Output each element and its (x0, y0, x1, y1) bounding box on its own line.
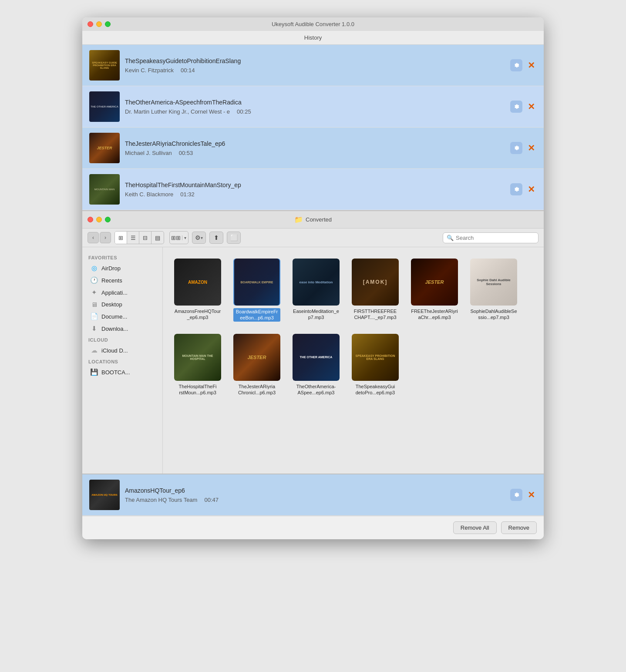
sidebar-item-bootcamp[interactable]: 💾 BOOTCA... (84, 366, 161, 378)
history-thumb-3: JESTER (89, 133, 120, 163)
file-item-other-america[interactable]: THE OTHER AMERICA TheOtherAmerica-ASpee.… (290, 331, 342, 399)
finder-maximize-button[interactable] (105, 217, 111, 222)
search-box[interactable]: 🔍 (443, 232, 538, 243)
app-titlebar: Ukeysoft Audible Converter 1.0.0 (82, 17, 544, 31)
file-name-amok: FIRSTTHREEFREE CHAPT...._ep7.mp3 (352, 308, 399, 321)
history-remove-4[interactable]: ✕ (526, 183, 537, 195)
group-dropdown[interactable]: ▾ (182, 235, 188, 240)
sidebar-label-documents: Docume... (101, 313, 127, 320)
file-name-sophie: SophieDahlAudibleSessio...ep7.mp3 (470, 308, 517, 321)
file-item-jester-chronicles[interactable]: JESTER TheJesterARiyria Chronicl...p6.mp… (231, 331, 283, 399)
finder-sidebar: Favorites ◎ AirDrop 🕐 Recents ✦ Applicat… (82, 247, 163, 474)
cover-art-sophie: Sophie Dahl Audible Sessions (470, 259, 517, 306)
files-grid: AMAZON AmazonsFreeHQTour_ep6.mp3 BOARDWA… (163, 247, 544, 474)
icloud-label: iCloud (82, 335, 162, 344)
history-info-bottom: AmazonsHQTour_ep6 The Amazon HQ Tours Te… (125, 487, 505, 503)
sidebar-label-desktop: Desktop (101, 301, 122, 308)
sidebar-item-airdrop[interactable]: ◎ AirDrop (84, 262, 161, 274)
file-item-amok[interactable]: [AMOK] FIRSTTHREEFREE CHAPT...._ep7.mp3 (349, 256, 401, 324)
file-name-amazon: AmazonsFreeHQTour_ep6.mp3 (174, 308, 221, 321)
gallery-view-button[interactable]: ▤ (151, 232, 164, 244)
tag-button[interactable]: ⬜ (227, 232, 241, 244)
file-thumb-boardwalk: BOARDWALK EMPIRE (233, 259, 280, 306)
file-thumb-meditation: ease into Meditation (293, 259, 340, 306)
sidebar-item-icloud[interactable]: ☁ iCloud D... (84, 344, 161, 356)
history-info-4: TheHospitalTheFirstMountainManStory_ep K… (125, 181, 505, 198)
file-thumb-jester-free: JESTER (411, 259, 458, 306)
file-name-hospital: TheHospitalTheFi rstMoun...p6.mp3 (174, 383, 221, 396)
share-button[interactable]: ⬆ (209, 232, 223, 244)
history-author-1: Kevin C. Fitzpatrick (125, 67, 174, 74)
history-settings-2[interactable] (510, 101, 522, 113)
cover-art-amazon: AMAZON (174, 259, 221, 306)
remove-button[interactable]: Remove (501, 521, 537, 534)
search-input[interactable] (456, 235, 535, 241)
downloads-icon: ⬇ (90, 325, 98, 333)
history-meta-bottom: The Amazon HQ Tours Team 00:47 (125, 497, 505, 503)
history-item-1: SPEAKEASY GUIDEPROHIBITION ERASLANG TheS… (82, 45, 544, 86)
history-meta-1: Kevin C. Fitzpatrick 00:14 (125, 67, 505, 74)
history-duration-2: 00:25 (237, 108, 251, 115)
history-duration-bottom: 00:47 (204, 497, 219, 503)
history-remove-3[interactable]: ✕ (526, 142, 537, 154)
file-item-amazon[interactable]: AMAZON AmazonsFreeHQTour_ep6.mp3 (172, 256, 224, 324)
forward-button[interactable]: › (100, 232, 111, 243)
recents-icon: 🕐 (90, 276, 98, 284)
file-item-jester-free[interactable]: JESTER FREETheJesterARiyriaChr...ep6.mp3 (408, 256, 461, 324)
history-duration-4: 01:32 (180, 191, 195, 198)
history-duration-3: 00:53 (179, 150, 193, 156)
sidebar-item-applications[interactable]: ✦ Applicati... (84, 286, 161, 299)
icloud-icon: ☁ (90, 346, 98, 354)
sidebar-item-recents[interactable]: 🕐 Recents (84, 274, 161, 286)
history-remove-bottom[interactable]: ✕ (526, 489, 537, 501)
finder-minimize-button[interactable] (96, 217, 102, 222)
finder-close-button[interactable] (88, 217, 93, 222)
history-info-2: TheOtherAmerica-ASpeechfromTheRadica Dr.… (125, 99, 505, 115)
file-thumb-speakeasy: SPEAKEASY PROHIBITION ERA SLANG (352, 334, 399, 381)
cover-art-hospital: MOUNTAIN MAN THE HOSPITAL (174, 334, 221, 381)
maximize-button[interactable] (105, 21, 111, 27)
history-info-1: TheSpeakeasyGuidetoProhibitionEraSlang K… (125, 57, 505, 74)
sidebar-item-documents[interactable]: 📄 Docume... (84, 310, 161, 323)
sidebar-item-desktop[interactable]: 🖥 Desktop (84, 299, 161, 310)
finder-titlebar: 📁 Converted (82, 211, 544, 228)
history-remove-1[interactable]: ✕ (526, 59, 537, 71)
file-item-speakeasy[interactable]: SPEAKEASY PROHIBITION ERA SLANG TheSpeak… (349, 331, 401, 399)
history-thumb-2: THE OTHER AMERICA (89, 91, 120, 122)
history-thumb-bottom: AMAZON HQ TOURS (89, 480, 120, 510)
minimize-button[interactable] (96, 21, 102, 27)
file-item-meditation[interactable]: ease into Meditation EaseintoMeditation_… (290, 256, 342, 324)
finder-content: Favorites ◎ AirDrop 🕐 Recents ✦ Applicat… (82, 247, 544, 474)
history-settings-3[interactable] (510, 142, 522, 154)
search-icon: 🔍 (447, 235, 454, 241)
history-title: History (304, 34, 322, 41)
history-settings-4[interactable] (510, 183, 522, 195)
file-thumb-sophie: Sophie Dahl Audible Sessions (470, 259, 517, 306)
history-settings-bottom[interactable] (510, 489, 522, 501)
remove-all-button[interactable]: Remove All (453, 521, 497, 534)
locations-label: Locations (82, 356, 162, 366)
file-item-boardwalk[interactable]: BOARDWALK EMPIRE BoardwalkEmpireFreeBon.… (231, 256, 283, 324)
column-view-button[interactable]: ⊟ (139, 232, 151, 244)
history-settings-1[interactable] (510, 59, 522, 71)
history-author-2: Dr. Martin Luther King Jr., Cornel West … (125, 108, 230, 115)
finder-toolbar: ‹ › ⊞ ☰ ⊟ ▤ ⊞⊞ ▾ ⚙ ▾ ⬆ ⬜ 🔍 (82, 228, 544, 247)
settings-icon: ⚙ (195, 234, 201, 241)
history-actions-4: ✕ (510, 183, 537, 195)
converter-bottom-bar: Remove All Remove (82, 516, 544, 539)
history-remove-2[interactable]: ✕ (526, 101, 537, 113)
group-view-button[interactable]: ⊞⊞ (170, 232, 182, 244)
history-actions-bottom: ✕ (510, 489, 537, 501)
history-titlebar: History (82, 31, 544, 45)
icon-view-button[interactable]: ⊞ (115, 232, 127, 244)
file-item-sophie[interactable]: Sophie Dahl Audible Sessions SophieDahlA… (468, 256, 520, 324)
finder-window-title: 📁 Converted (294, 215, 332, 224)
list-view-button[interactable]: ☰ (127, 232, 139, 244)
settings-dropdown-button[interactable]: ⚙ ▾ (192, 232, 206, 244)
close-button[interactable] (88, 21, 93, 27)
file-item-hospital[interactable]: MOUNTAIN MAN THE HOSPITAL TheHospitalThe… (172, 331, 224, 399)
sidebar-item-downloads[interactable]: ⬇ Downloa... (84, 323, 161, 335)
back-button[interactable]: ‹ (88, 232, 99, 243)
airdrop-icon: ◎ (90, 264, 98, 272)
favorites-label: Favorites (82, 252, 162, 262)
